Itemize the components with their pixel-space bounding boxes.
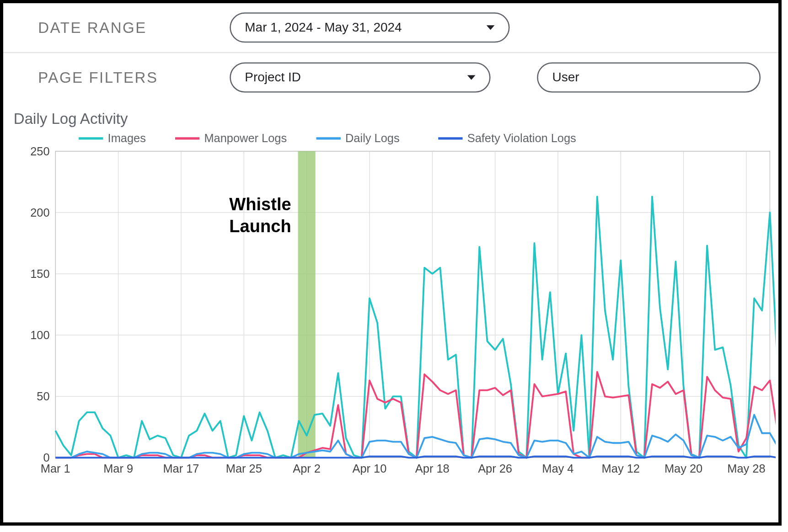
chevron-down-icon (487, 25, 495, 30)
svg-text:Mar 25: Mar 25 (226, 462, 262, 475)
svg-text:May 4: May 4 (542, 462, 574, 475)
svg-text:Mar 17: Mar 17 (163, 462, 199, 475)
svg-text:Daily Logs: Daily Logs (345, 132, 400, 144)
date-range-dropdown[interactable]: Mar 1, 2024 - May 31, 2024 (230, 12, 509, 43)
svg-text:Mar 1: Mar 1 (41, 462, 70, 475)
svg-rect-44 (55, 151, 770, 458)
svg-text:May 28: May 28 (727, 462, 765, 475)
chevron-down-icon (467, 75, 476, 80)
project-id-dropdown[interactable]: Project ID (230, 63, 491, 93)
user-value: User (552, 70, 579, 85)
svg-text:Apr 10: Apr 10 (353, 462, 387, 475)
svg-text:150: 150 (30, 267, 49, 280)
svg-text:May 20: May 20 (665, 462, 702, 475)
svg-text:Mar 9: Mar 9 (103, 462, 133, 475)
svg-text:Whistle: Whistle (229, 195, 291, 214)
chart-title: Daily Log Activity (3, 102, 782, 130)
svg-text:Images: Images (108, 132, 146, 144)
svg-text:Apr 26: Apr 26 (478, 462, 512, 475)
svg-text:Safety Violation Logs: Safety Violation Logs (467, 132, 576, 144)
svg-text:Launch: Launch (229, 217, 291, 236)
date-range-label: DATE RANGE (38, 19, 230, 37)
activity-chart: ImagesManpower LogsDaily LogsSafety Viol… (9, 130, 776, 481)
svg-text:May 12: May 12 (602, 462, 640, 475)
project-id-value: Project ID (245, 70, 301, 85)
svg-text:50: 50 (37, 390, 49, 403)
svg-text:100: 100 (30, 329, 49, 341)
svg-text:Apr 18: Apr 18 (415, 462, 450, 475)
user-dropdown[interactable]: User (537, 63, 761, 93)
svg-text:Apr 2: Apr 2 (293, 462, 321, 475)
page-filters-label: PAGE FILTERS (38, 69, 230, 86)
svg-text:250: 250 (30, 145, 49, 158)
svg-text:200: 200 (30, 206, 49, 219)
svg-text:Manpower Logs: Manpower Logs (204, 132, 287, 144)
date-range-value: Mar 1, 2024 - May 31, 2024 (245, 20, 402, 35)
svg-rect-45 (298, 151, 316, 458)
